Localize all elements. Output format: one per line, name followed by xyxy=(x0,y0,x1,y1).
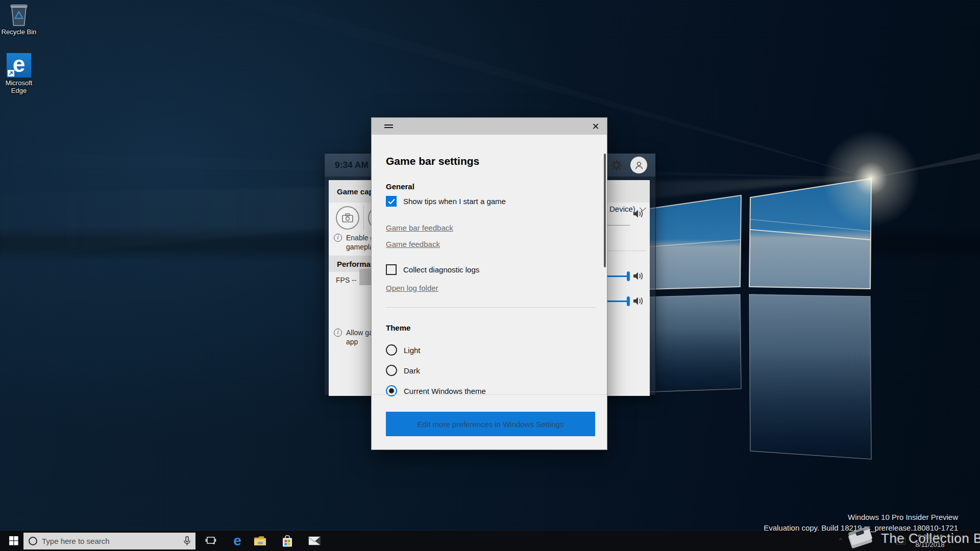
watermark-line1: Windows 10 Pro Insider Preview xyxy=(764,512,958,522)
edit-preferences-button[interactable]: Edit more preferences in Windows Setting… xyxy=(386,412,595,436)
radio-label: Light xyxy=(404,346,421,355)
camera-button[interactable] xyxy=(336,206,359,230)
task-view-icon xyxy=(205,536,216,546)
desktop-icon-label: Recycle Bin xyxy=(0,28,38,36)
checkbox-label: Collect diagnostic logs xyxy=(403,265,479,274)
info-icon: i xyxy=(334,234,342,242)
dialog-title: Game bar settings xyxy=(386,155,479,167)
info-icon: i xyxy=(334,329,342,337)
hidden-icons-chevron[interactable]: ⌃ xyxy=(838,537,844,545)
minimize-icon[interactable] xyxy=(384,124,393,128)
taskbar-edge-button[interactable]: e xyxy=(226,531,249,551)
volume-slider-handle[interactable] xyxy=(627,296,630,306)
gear-icon[interactable] xyxy=(611,160,622,171)
person-icon xyxy=(634,160,644,170)
volume-slider-handle[interactable] xyxy=(627,271,630,281)
game-bar-clock: 9:34 AM xyxy=(325,160,369,170)
search-input[interactable] xyxy=(42,537,179,545)
task-view-button[interactable] xyxy=(200,531,222,551)
radio-unselected-icon xyxy=(386,344,397,356)
checkbox-unchecked-icon xyxy=(386,264,397,275)
watermark-overlay-text: The Collection Book xyxy=(881,531,980,546)
edge-tile: e xyxy=(7,53,31,78)
recycle-bin-icon xyxy=(8,3,30,27)
edge-logo-icon: e xyxy=(233,534,241,548)
desktop-icon-recycle-bin[interactable]: Recycle Bin xyxy=(0,3,38,36)
desktop-icon-microsoft-edge[interactable]: e Microsoft Edge xyxy=(0,53,38,94)
fps-label: FPS -- xyxy=(336,276,356,284)
checkbox-show-tips[interactable]: Show tips when I start a game xyxy=(386,196,506,207)
checkbox-label: Show tips when I start a game xyxy=(403,197,506,206)
start-button[interactable] xyxy=(5,531,22,551)
link-game-bar-feedback[interactable]: Game bar feedback xyxy=(386,223,453,232)
radio-theme-dark[interactable]: Dark xyxy=(386,364,420,377)
microphone-icon[interactable] xyxy=(184,536,190,546)
game-bar-settings-dialog: ✕ Game bar settings General Show tips wh… xyxy=(371,117,607,450)
camera-icon xyxy=(342,213,353,222)
section-divider xyxy=(386,307,596,308)
divider xyxy=(363,206,364,230)
shortcut-arrow-icon xyxy=(8,70,14,77)
dialog-body: Game bar settings General Show tips when… xyxy=(386,135,596,449)
speaker-icon[interactable] xyxy=(633,209,644,219)
radio-theme-current-windows[interactable]: Current Windows theme xyxy=(386,385,486,397)
user-avatar[interactable] xyxy=(630,157,647,173)
microsoft-store-icon xyxy=(282,535,293,547)
audio-device-label: Device) xyxy=(609,205,635,213)
taskbar-file-explorer-button[interactable] xyxy=(249,531,271,551)
taskbar-store-button[interactable] xyxy=(276,531,299,551)
performance-info-line2: app xyxy=(346,338,358,346)
cortana-icon xyxy=(29,537,37,545)
link-open-log-folder[interactable]: Open log folder xyxy=(386,284,438,292)
collection-book-watermark: The Collection Book xyxy=(845,525,973,551)
checkbox-collect-diagnostic-logs[interactable]: Collect diagnostic logs xyxy=(386,264,479,275)
section-heading-theme: Theme xyxy=(386,323,410,332)
dialog-titlebar[interactable]: ✕ xyxy=(372,118,607,135)
radio-label: Current Windows theme xyxy=(404,387,486,395)
radio-unselected-icon xyxy=(386,365,397,376)
mail-icon xyxy=(308,536,321,545)
taskbar: e ⌃ 9:34 AM 8/11/2018 xyxy=(0,531,980,551)
radio-theme-light[interactable]: Light xyxy=(386,344,421,356)
radio-label: Dark xyxy=(404,366,420,375)
file-explorer-icon xyxy=(254,536,266,546)
link-game-feedback[interactable]: Game feedback xyxy=(386,240,440,248)
taskbar-search-box[interactable] xyxy=(23,533,195,549)
checkbox-checked-icon xyxy=(386,196,397,207)
section-heading-general: General xyxy=(386,182,414,191)
dialog-scrollbar[interactable] xyxy=(604,154,606,267)
speaker-icon[interactable] xyxy=(633,296,644,306)
desktop-icon-label: Microsoft Edge xyxy=(3,79,35,94)
speaker-icon[interactable] xyxy=(633,271,644,281)
book-icon xyxy=(845,525,877,551)
footer-divider xyxy=(372,394,607,395)
taskbar-mail-button[interactable] xyxy=(303,531,326,551)
close-icon[interactable]: ✕ xyxy=(589,119,603,134)
windows-logo-icon xyxy=(9,536,18,545)
